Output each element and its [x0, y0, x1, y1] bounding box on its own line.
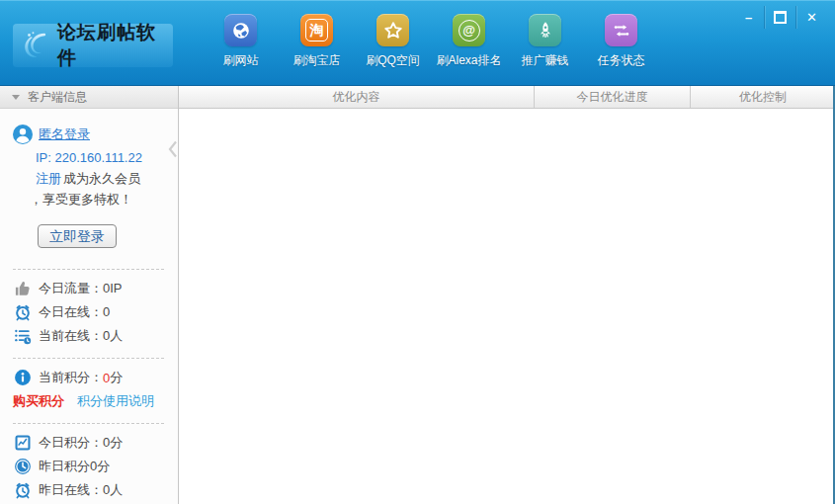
points-unit: 分 — [110, 369, 123, 386]
alarm-clock-icon — [13, 302, 33, 322]
stat-yesterday-online: 昨日在线：0人 — [0, 478, 178, 502]
buy-points-link[interactable]: 购买积分 — [13, 392, 64, 410]
stat-text: 今日流量：0IP — [39, 280, 123, 297]
main-panel: 优化内容 今日优化进度 优化控制 — [179, 86, 835, 504]
toolbar-button-web[interactable]: 刷网站 — [203, 14, 279, 69]
toolbar-label: 刷Alexa排名 — [436, 52, 501, 69]
register-text: 成为永久会员 — [63, 170, 140, 188]
sidebar-collapse-icon[interactable] — [168, 140, 177, 162]
rocket-icon — [529, 14, 561, 46]
sidebar-client-info: 客户端信息 匿名登录 IP: 220.160.111.22 注册 成为永久会员 … — [0, 86, 179, 504]
toolbar-button-taobao[interactable]: 淘 刷淘宝店 — [279, 14, 355, 69]
triangle-down-icon — [12, 95, 20, 100]
star-icon — [376, 14, 409, 46]
points-links-row: 购买积分 积分使用说明 — [0, 389, 178, 413]
stat-text: 昨日在线：0人 — [39, 481, 123, 499]
toolbar-label: 刷网站 — [223, 52, 259, 69]
sidebar-header-label: 客户端信息 — [28, 89, 87, 106]
points-label: 当前积分： — [39, 369, 103, 386]
close-button[interactable]: ✕ — [795, 6, 827, 29]
titlebar: 论坛刷帖软件 刷网站 淘 刷淘宝店 — [0, 0, 835, 87]
sidebar-header[interactable]: 客户端信息 — [0, 86, 178, 109]
info-icon — [13, 368, 33, 387]
stat-current-online: 当前在线：0人 — [0, 324, 178, 348]
ip-address: IP: 220.160.111.22 — [0, 146, 178, 168]
swap-arrows-icon — [605, 14, 637, 46]
line-chart-icon — [13, 433, 33, 453]
stat-today-online: 今日在线：0 — [0, 300, 178, 324]
minimize-button[interactable]: – — [733, 6, 764, 29]
main-toolbar: 刷网站 淘 刷淘宝店 刷QQ空间 @ 刷Al — [203, 14, 659, 69]
toolbar-label: 推广赚钱 — [522, 52, 569, 69]
column-header-progress[interactable]: 今日优化进度 — [534, 86, 690, 108]
points-value: 0 — [103, 371, 110, 385]
divider — [13, 269, 164, 270]
toolbar-label: 任务状态 — [598, 52, 645, 69]
list-clock-icon — [13, 326, 33, 346]
toolbar-label: 刷QQ空间 — [366, 52, 420, 69]
login-status-row: 匿名登录 — [0, 123, 178, 146]
minimize-icon: – — [745, 10, 752, 25]
window-controls: – ✕ — [733, 6, 827, 29]
toolbar-button-tasks[interactable]: 任务状态 — [583, 14, 659, 69]
alarm-clock-icon — [13, 480, 33, 500]
register-row: 注册 成为永久会员 — [0, 168, 178, 189]
points-guide-link[interactable]: 积分使用说明 — [77, 392, 154, 410]
stat-today-traffic: 今日流量：0IP — [0, 277, 178, 300]
at-icon: @ — [453, 14, 485, 46]
close-icon: ✕ — [806, 10, 817, 25]
maximize-icon — [774, 11, 787, 24]
divider — [13, 358, 164, 359]
column-header-content[interactable]: 优化内容 — [179, 86, 534, 108]
thumb-up-icon — [13, 279, 33, 298]
task-list-header: 优化内容 今日优化进度 优化控制 — [179, 86, 835, 109]
perk-text: ，享受更多特权！ — [0, 189, 178, 210]
stat-current-points: 当前积分：0分 — [0, 366, 178, 389]
login-now-button[interactable]: 立即登录 — [38, 224, 117, 248]
stat-text: 昨日积分0分 — [39, 458, 110, 475]
toolbar-button-qzone[interactable]: 刷QQ空间 — [355, 14, 431, 69]
stat-text: 今日积分：0分 — [39, 434, 123, 452]
taobao-icon: 淘 — [300, 14, 333, 46]
anonymous-login-link[interactable]: 匿名登录 — [39, 126, 90, 143]
dragon-logo-icon — [19, 28, 53, 63]
register-link[interactable]: 注册 — [36, 170, 61, 188]
toolbar-label: 刷淘宝店 — [293, 52, 341, 69]
user-avatar-icon — [13, 125, 33, 144]
maximize-button[interactable] — [764, 6, 795, 29]
globe-icon — [224, 14, 257, 46]
column-header-control[interactable]: 优化控制 — [690, 86, 835, 108]
toolbar-button-promote[interactable]: 推广赚钱 — [507, 14, 583, 69]
app-window: 论坛刷帖软件 刷网站 淘 刷淘宝店 — [0, 0, 835, 504]
app-title: 论坛刷帖软件 — [57, 20, 173, 71]
toolbar-button-alexa[interactable]: @ 刷Alexa排名 — [431, 14, 507, 69]
stat-text: 今日在线：0 — [39, 303, 110, 321]
stat-today-points: 今日积分：0分 — [0, 431, 178, 455]
stat-text: 当前在线：0人 — [39, 327, 123, 345]
divider — [13, 423, 164, 424]
app-logo: 论坛刷帖软件 — [13, 24, 173, 67]
clock-icon — [13, 457, 33, 476]
stat-yesterday-points: 昨日积分0分 — [0, 455, 178, 478]
